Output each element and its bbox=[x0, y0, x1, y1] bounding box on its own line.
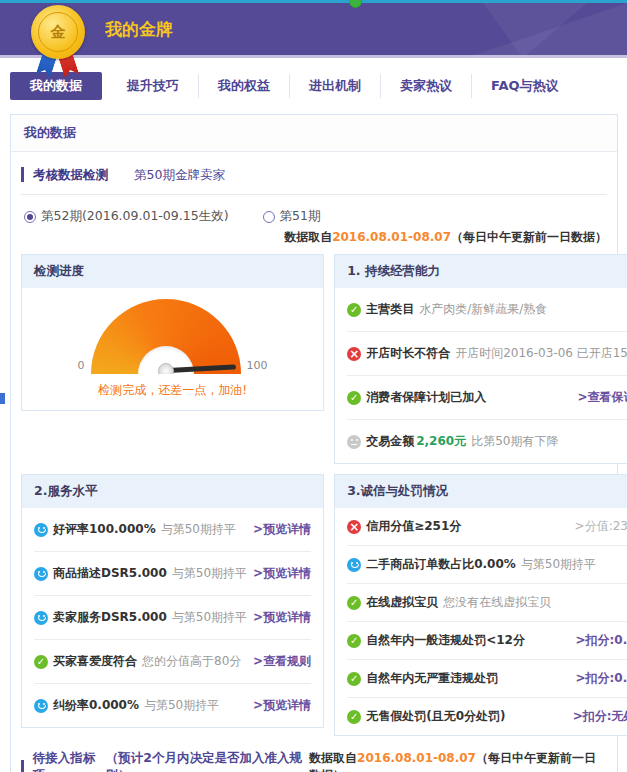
list-item: 交易金额 2,260元 比第50期有下降 bbox=[347, 419, 627, 463]
cross-icon: × bbox=[347, 347, 361, 361]
list-item: × 开店时长不符合 开店时间2016-03-06 已开店156天 bbox=[347, 331, 627, 375]
smile-icon bbox=[34, 523, 48, 537]
preview-detail-link[interactable]: >预览详情 bbox=[247, 521, 311, 538]
data-source-date: 2016.08.01-08.07 bbox=[332, 230, 451, 244]
period-radio-group: 第52期(2016.09.01-09.15生效) 第51期 bbox=[24, 208, 607, 225]
data-source-date: 2016.08.01-08.07 bbox=[357, 751, 476, 765]
data-source-note: 数据取自2016.08.01-08.07（每日中午更新前一日数据） bbox=[21, 229, 607, 246]
check-icon: ✓ bbox=[347, 391, 361, 405]
view-deposit-link[interactable]: >查看保证金 bbox=[572, 389, 627, 406]
item-desc: 比第50期有下降 bbox=[471, 433, 558, 450]
tab-faq[interactable]: FAQ与热议 bbox=[471, 74, 578, 98]
pending-indicators-header: 待接入指标项 （预计2个月内决定是否加入准入规则） 数据取自2016.08.01… bbox=[21, 750, 607, 772]
preview-detail-link[interactable]: >预览详情 bbox=[247, 565, 311, 582]
item-title: 自然年内无严重违规处罚 bbox=[366, 670, 498, 687]
list-item: ✓ 消费者保障计划已加入 >查看保证金 bbox=[347, 375, 627, 419]
radio-period52[interactable] bbox=[24, 211, 36, 223]
tab-entry-exit[interactable]: 进出机制 bbox=[289, 74, 380, 98]
subtab-accent-bar bbox=[21, 167, 24, 182]
gauge-hub bbox=[158, 363, 174, 374]
progress-gauge bbox=[91, 299, 241, 374]
radio-period51-label[interactable]: 第51期 bbox=[280, 208, 321, 225]
preview-detail-link[interactable]: >预览详情 bbox=[247, 609, 311, 626]
tab-seller-discussion[interactable]: 卖家热议 bbox=[380, 74, 471, 98]
item-desc: 与第50期持平 bbox=[172, 565, 247, 582]
panel1-title: 1. 持续经营能力 bbox=[335, 255, 627, 288]
pending-note: （预计2个月内决定是否加入准入规则） bbox=[106, 750, 309, 772]
data-source-note: 数据取自2016.08.01-08.07（每日中午更新前一日数据） bbox=[309, 750, 607, 772]
item-title: 纠纷率0.000% bbox=[53, 697, 139, 714]
subtab-bar: 考核数据检测 第50期金牌卖家 bbox=[21, 167, 607, 195]
panel-business-ability: 1. 持续经营能力 ✓ 主营类目 水产肉类/新鲜蔬果/熟食 × 开店时长不符合 … bbox=[334, 254, 627, 464]
credit-score-value: >分值:237分 bbox=[569, 518, 627, 535]
item-desc: 与第50期持平 bbox=[161, 521, 236, 538]
item-title: 商品描述DSR5.000 bbox=[53, 565, 167, 582]
neutral-face-icon bbox=[347, 435, 361, 449]
tab-improve-skills[interactable]: 提升技巧 bbox=[108, 74, 198, 98]
panel-progress: 检测进度 0 100 检测完成，还差一点，加油! bbox=[21, 254, 324, 411]
data-source-prefix: 数据取自 bbox=[309, 751, 357, 765]
item-title: 二手商品订单数占比0.00% bbox=[366, 556, 516, 573]
item-desc: 您的分值高于80分 bbox=[142, 653, 241, 670]
list-item: ✓ 在线虚拟宝贝 您没有在线虚拟宝贝 bbox=[347, 583, 627, 621]
panel-progress-title: 检测进度 bbox=[22, 255, 323, 288]
scrollbar-fragment bbox=[0, 393, 5, 404]
item-desc: 您没有在线虚拟宝贝 bbox=[443, 594, 551, 611]
list-item: 卖家服务DSR5.000 与第50期持平 >预览详情 bbox=[34, 595, 311, 639]
gauge-caption: 检测完成，还差一点，加油! bbox=[98, 382, 247, 399]
item-desc: 与第50期持平 bbox=[144, 697, 219, 714]
main-nav-tabs: 我的数据 提升技巧 我的权益 进出机制 卖家热议 FAQ与热议 bbox=[0, 58, 627, 114]
data-source-suffix: （每日中午更新前一日数据） bbox=[451, 230, 607, 244]
item-title: 无售假处罚(且无0分处罚) bbox=[366, 708, 505, 725]
panel3-title: 3.诚信与处罚情况 bbox=[335, 475, 627, 508]
deduction-link[interactable]: >扣分:0.0分 bbox=[570, 632, 627, 649]
item-title: 交易金额 bbox=[366, 433, 414, 450]
item-desc: 与第50期持平 bbox=[521, 556, 596, 573]
check-icon: ✓ bbox=[347, 303, 361, 317]
list-item: 纠纷率0.000% 与第50期持平 >预览详情 bbox=[34, 683, 311, 727]
medal-circle: 金 bbox=[31, 5, 85, 59]
item-title: 在线虚拟宝贝 bbox=[366, 594, 438, 611]
panel-integrity-penalty: 3.诚信与处罚情况 × 信用分值≥251分 >分值:237分 二手商品订单数占比… bbox=[334, 474, 627, 736]
content-box: 我的数据 考核数据检测 第50期金牌卖家 第52期(2016.09.01-09.… bbox=[10, 114, 618, 772]
list-item: 好评率100.000% 与第50期持平 >预览详情 bbox=[34, 508, 311, 551]
list-item: × 信用分值≥251分 >分值:237分 bbox=[347, 508, 627, 545]
item-title: 买家喜爱度符合 bbox=[53, 653, 137, 670]
gauge-min-label: 0 bbox=[78, 359, 85, 372]
deduction-link[interactable]: >扣分:0.0分 bbox=[570, 670, 627, 687]
item-title: 信用分值≥251分 bbox=[366, 518, 461, 535]
view-rules-link[interactable]: >查看规则 bbox=[247, 653, 311, 670]
item-desc: 与第50期持平 bbox=[172, 609, 247, 626]
radio-period51[interactable] bbox=[263, 211, 275, 223]
item-desc: 水产肉类/新鲜蔬果/熟食 bbox=[419, 301, 547, 318]
item-amount: 2,260元 bbox=[416, 433, 466, 450]
subtab-assessment-data[interactable]: 考核数据检测 bbox=[33, 167, 108, 194]
data-source-prefix: 数据取自 bbox=[284, 230, 332, 244]
deduction-link[interactable]: >扣分:无处罚 bbox=[567, 708, 627, 725]
list-item: ✓ 主营类目 水产肉类/新鲜蔬果/熟食 bbox=[347, 288, 627, 331]
list-item: ✓ 自然年内无严重违规处罚 >扣分:0.0分 bbox=[347, 659, 627, 697]
smile-icon bbox=[34, 699, 48, 713]
section-title: 我的数据 bbox=[11, 115, 617, 152]
smile-icon bbox=[347, 558, 361, 572]
subtab-period50-sellers[interactable]: 第50期金牌卖家 bbox=[134, 167, 225, 194]
item-title: 消费者保障计划已加入 bbox=[366, 389, 486, 406]
cross-icon: × bbox=[347, 520, 361, 534]
check-icon: ✓ bbox=[347, 634, 361, 648]
item-title: 卖家服务DSR5.000 bbox=[53, 609, 167, 626]
check-icon: ✓ bbox=[347, 710, 361, 724]
preview-detail-link[interactable]: >预览详情 bbox=[247, 697, 311, 714]
tab-my-benefits[interactable]: 我的权益 bbox=[198, 74, 289, 98]
list-item: 商品描述DSR5.000 与第50期持平 >预览详情 bbox=[34, 551, 311, 595]
radio-period52-label[interactable]: 第52期(2016.09.01-09.15生效) bbox=[41, 208, 229, 225]
item-desc: 开店时间2016-03-06 已开店156天 bbox=[455, 345, 627, 362]
check-icon: ✓ bbox=[34, 655, 48, 669]
medal-character: 金 bbox=[38, 12, 78, 52]
smile-icon bbox=[34, 567, 48, 581]
panel2-title: 2.服务水平 bbox=[22, 475, 323, 508]
pending-accent-bar bbox=[21, 760, 24, 772]
smile-icon bbox=[34, 611, 48, 625]
page-banner: 我的金牌 bbox=[0, 3, 627, 58]
list-item: ✓ 自然年内一般违规处罚<12分 >扣分:0.0分 bbox=[347, 621, 627, 659]
item-title: 开店时长不符合 bbox=[366, 345, 450, 362]
